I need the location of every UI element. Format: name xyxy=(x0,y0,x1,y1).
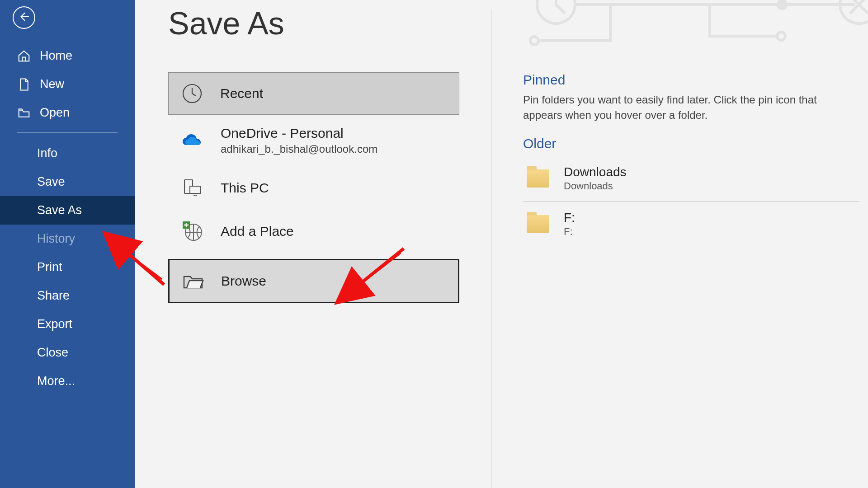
svg-point-3 xyxy=(778,0,786,9)
sidebar-item-label: Save As xyxy=(37,203,82,217)
sidebar-item-home[interactable]: Home xyxy=(0,42,135,70)
sidebar-item-new[interactable]: New xyxy=(0,70,135,99)
clock-icon xyxy=(181,83,203,104)
svg-point-2 xyxy=(530,37,538,45)
browse-folder-icon xyxy=(182,270,204,292)
folder-path: F: xyxy=(564,226,575,238)
location-recent[interactable]: Recent xyxy=(168,72,459,115)
sidebar-item-save-as[interactable]: Save As xyxy=(0,196,135,225)
folder-icon xyxy=(527,215,549,233)
sidebar-item-close[interactable]: Close xyxy=(0,338,135,367)
svg-point-4 xyxy=(777,32,785,40)
sidebar-item-label: New xyxy=(40,77,64,91)
main-panel: Save As Recent O xyxy=(135,0,868,488)
sidebar-item-history: History xyxy=(0,225,135,253)
location-label: Recent xyxy=(220,86,263,101)
location-add-place[interactable]: Add a Place xyxy=(168,210,459,253)
location-subtitle: adhikari_b._bishal@outlook.com xyxy=(221,143,377,155)
onedrive-icon xyxy=(182,130,203,151)
sidebar-item-label: Close xyxy=(37,346,68,360)
sidebar-item-open[interactable]: Open xyxy=(0,99,135,127)
sidebar-item-save[interactable]: Save xyxy=(0,168,135,196)
sidebar-item-more[interactable]: More... xyxy=(0,367,135,395)
back-button[interactable] xyxy=(13,6,35,29)
nav-separator xyxy=(17,132,118,133)
sidebar-item-label: More... xyxy=(37,374,75,388)
sidebar-item-label: Export xyxy=(37,317,72,331)
sidebar-item-label: Save xyxy=(37,175,65,189)
location-title: OneDrive - Personal xyxy=(221,126,377,141)
back-arrow-icon xyxy=(18,11,30,24)
open-folder-icon xyxy=(17,106,31,120)
folder-icon xyxy=(527,169,549,188)
sidebar-item-label: Home xyxy=(40,49,72,63)
location-onedrive[interactable]: OneDrive - Personal adhikari_b._bishal@o… xyxy=(168,115,459,166)
sidebar-item-label: Print xyxy=(37,260,62,274)
sidebar-item-print[interactable]: Print xyxy=(0,253,135,282)
add-place-icon xyxy=(182,221,203,242)
this-pc-icon xyxy=(182,177,203,199)
folder-row-f-drive[interactable]: F: F: xyxy=(523,202,859,247)
location-this-pc[interactable]: This PC xyxy=(168,166,459,210)
vertical-separator xyxy=(491,9,491,488)
backstage-sidebar: Home New Open Info Save Save As History … xyxy=(0,0,135,488)
sidebar-item-info[interactable]: Info xyxy=(0,139,135,168)
decorative-circuit-icon xyxy=(529,0,868,88)
folder-row-downloads[interactable]: Downloads Downloads xyxy=(523,156,859,202)
page-title: Save As xyxy=(168,5,284,42)
location-browse[interactable]: Browse xyxy=(168,259,459,303)
sidebar-item-label: History xyxy=(37,232,75,246)
locations-separator xyxy=(176,256,451,256)
recent-folders-column: Pinned Pin folders you want to easily fi… xyxy=(523,72,868,488)
folder-path: Downloads xyxy=(564,180,627,192)
home-icon xyxy=(17,49,31,63)
sidebar-item-label: Open xyxy=(40,106,70,120)
folder-name: Downloads xyxy=(564,165,627,179)
older-heading: Older xyxy=(523,136,859,151)
new-icon xyxy=(17,78,31,91)
sidebar-item-export[interactable]: Export xyxy=(0,310,135,338)
sidebar-item-label: Info xyxy=(37,146,57,160)
location-label: Browse xyxy=(221,273,266,289)
locations-column: Recent OneDrive - Personal adhikari_b._b… xyxy=(168,72,459,488)
svg-rect-7 xyxy=(190,186,201,193)
sidebar-item-label: Share xyxy=(37,289,70,303)
location-label: Add a Place xyxy=(221,224,294,239)
folder-name: F: xyxy=(564,211,575,225)
sidebar-item-share[interactable]: Share xyxy=(0,282,135,310)
pinned-hint: Pin folders you want to easily find late… xyxy=(523,92,859,122)
location-label: This PC xyxy=(221,180,269,196)
location-text: OneDrive - Personal adhikari_b._bishal@o… xyxy=(221,126,377,155)
